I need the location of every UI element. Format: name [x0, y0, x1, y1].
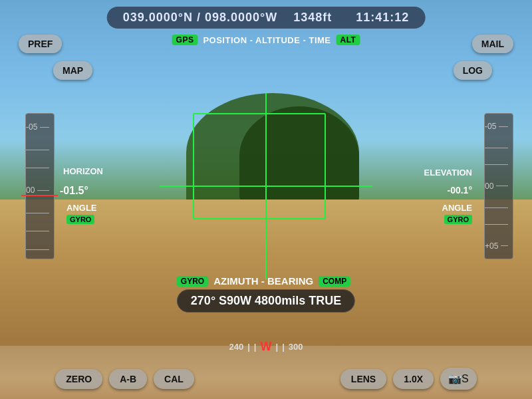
log-button[interactable]: LOG	[454, 61, 492, 80]
bottom-toolbar: ZERO A-B CAL LENS 1.0X 📷S	[0, 368, 532, 390]
zero-button[interactable]: ZERO	[55, 369, 102, 389]
lens-button[interactable]: LENS	[340, 369, 386, 389]
time-text: 11:41:12	[356, 11, 409, 24]
camera-s-label: S	[462, 373, 469, 384]
zoom-button[interactable]: 1.0X	[393, 369, 434, 389]
ab-button[interactable]: A-B	[109, 369, 147, 389]
pref-button[interactable]: PREF	[19, 35, 62, 53]
camera-button[interactable]: 📷S	[440, 368, 477, 390]
map-button[interactable]: MAP	[53, 61, 92, 80]
cal-button[interactable]: CAL	[154, 369, 194, 389]
camera-icon: 📷	[448, 373, 462, 384]
altitude-text: 1348ft	[293, 11, 332, 24]
mail-button[interactable]: MAIL	[472, 35, 513, 53]
coordinates-bar: 039.0000°N / 098.0000°W 1348ft 11:41:12	[107, 7, 426, 29]
coordinates-text: 039.0000°N / 098.0000°W	[123, 11, 278, 24]
